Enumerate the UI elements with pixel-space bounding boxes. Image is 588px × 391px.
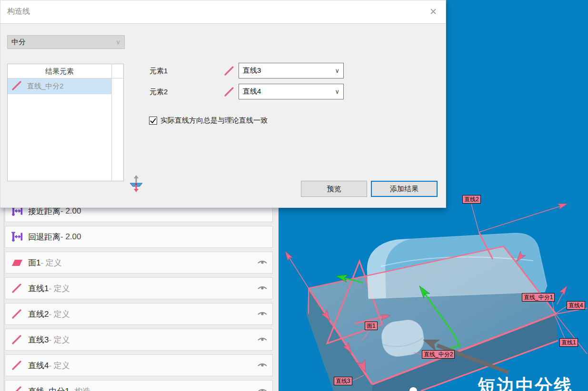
- construct-line-dialog: 构造线 ✕ 中分 ∨ 结果元素 直线_中分2 元素1 直线3 ∨ 元素2 直线4: [0, 0, 446, 208]
- line-icon: [11, 334, 23, 345]
- plane-icon: [11, 257, 23, 268]
- feature-suffix: - 定义: [40, 257, 61, 268]
- line-icon: [11, 309, 23, 319]
- feature-name: 直线4: [28, 360, 49, 371]
- eye-icon[interactable]: [257, 387, 268, 391]
- feature-row[interactable]: 直线2 - 定义: [5, 303, 273, 325]
- element1-label: 元素1: [149, 67, 168, 76]
- feature-suffix: - 定义: [49, 283, 70, 294]
- feature-suffix: - 构造: [70, 386, 90, 391]
- feature-row[interactable]: 回退距离 - 2.00: [5, 226, 273, 248]
- feature-tag-label[interactable]: 直线2: [462, 195, 481, 204]
- element1-dropdown[interactable]: 直线3 ∨: [239, 63, 344, 78]
- feature-row[interactable]: 直线1 - 定义: [5, 277, 273, 299]
- feature-tag-label[interactable]: 直线_中分2: [422, 350, 455, 359]
- app-window: 接近距离 - 2.00回退距离 - 2.00面1 - 定义直线1 - 定义直线2…: [0, 0, 588, 391]
- result-list-header-label: 结果元素: [8, 67, 111, 76]
- element2-value: 直线4: [243, 87, 261, 96]
- direction-checkbox-row: 实际直线方向总是与理论直线一致: [149, 116, 268, 125]
- method-dropdown-value: 中分: [11, 38, 26, 47]
- retract-distance-icon: [11, 232, 23, 242]
- direction-checkbox[interactable]: [149, 117, 157, 125]
- feature-name: 直线2: [28, 309, 49, 320]
- add-result-button[interactable]: 添加结果: [371, 181, 438, 197]
- feature-suffix: - 2.00: [60, 232, 81, 242]
- feature-suffix: - 定义: [49, 334, 70, 345]
- feature-suffix: - 定义: [49, 360, 70, 371]
- viewport-caption: 短边中分线: [478, 374, 573, 391]
- method-dropdown[interactable]: 中分 ∨: [7, 35, 125, 49]
- result-list-header: 结果元素: [8, 64, 123, 78]
- result-list[interactable]: 结果元素 直线_中分2: [7, 64, 124, 181]
- feature-tag-label[interactable]: 直线4: [567, 301, 585, 310]
- eye-icon[interactable]: [257, 284, 268, 292]
- feature-row[interactable]: 面1 - 定义: [5, 252, 273, 274]
- chevron-down-icon: ∨: [116, 39, 120, 46]
- line-icon: [11, 386, 23, 391]
- element2-label: 元素2: [149, 88, 168, 97]
- feature-name: 直线1: [28, 283, 49, 294]
- chevron-down-icon: ∨: [335, 88, 339, 95]
- feature-row[interactable]: 直线_中分1 - 构造: [5, 380, 273, 391]
- feature-name: 直线_中分1: [28, 386, 70, 391]
- line-icon: [223, 65, 235, 77]
- feature-name: 面1: [28, 257, 40, 268]
- line-icon: [223, 86, 235, 98]
- feature-suffix: - 定义: [49, 309, 70, 320]
- line-icon: [11, 360, 23, 371]
- feature-tag-label[interactable]: 面1: [365, 322, 378, 330]
- result-list-item[interactable]: 直线_中分2: [8, 78, 111, 94]
- preview-button[interactable]: 预览: [301, 181, 367, 197]
- flip-direction-icon[interactable]: [129, 175, 144, 193]
- channel-bar: [367, 233, 547, 299]
- chevron-down-icon: ∨: [335, 67, 339, 74]
- dialog-titlebar[interactable]: 构造线 ✕: [0, 0, 446, 24]
- line-icon: [11, 80, 23, 93]
- element2-dropdown[interactable]: 直线4 ∨: [239, 84, 344, 99]
- feature-name: 回退距离: [28, 232, 60, 243]
- feature-name: 直线3: [28, 334, 49, 345]
- eye-icon[interactable]: [257, 310, 268, 318]
- line-icon: [11, 283, 23, 293]
- close-icon[interactable]: ✕: [429, 6, 437, 17]
- eye-icon[interactable]: [257, 336, 268, 343]
- direction-checkbox-label: 实际直线方向总是与理论直线一致: [160, 116, 268, 125]
- feature-row[interactable]: 直线3 - 定义: [5, 329, 273, 351]
- feature-tag-label[interactable]: 直线3: [334, 377, 352, 385]
- feature-suffix: - 2.00: [60, 206, 81, 216]
- check-icon: [150, 117, 156, 124]
- dialog-title: 构造线: [7, 7, 30, 17]
- feature-tag-label[interactable]: 直线1: [559, 338, 578, 347]
- result-list-column-divider: [111, 64, 112, 181]
- feature-tag-label[interactable]: 直线_中分1: [522, 293, 555, 302]
- eye-icon[interactable]: [257, 259, 268, 266]
- element1-value: 直线3: [243, 66, 261, 75]
- result-item-label: 直线_中分2: [27, 82, 64, 91]
- feature-row[interactable]: 直线4 - 定义: [5, 354, 273, 376]
- eye-icon[interactable]: [257, 362, 268, 369]
